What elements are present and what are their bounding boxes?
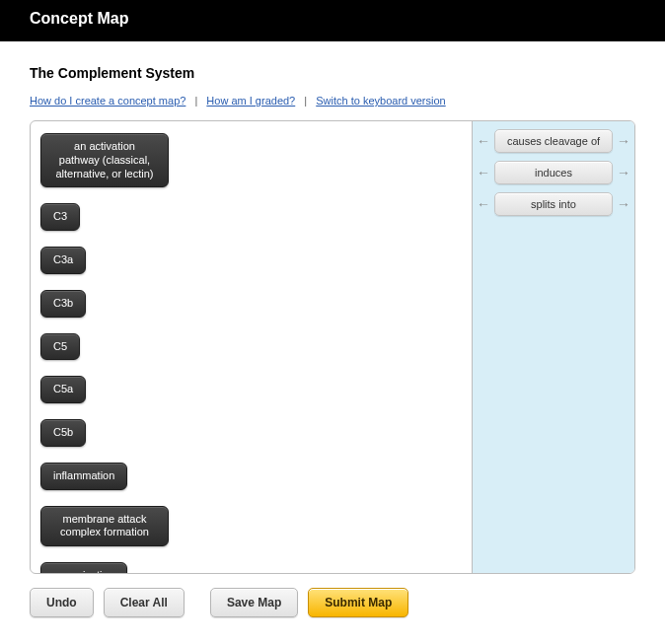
connector-splits-into[interactable]: splits into	[494, 192, 613, 216]
connector-row: ← causes cleavage of →	[477, 129, 630, 153]
canvas-main-area[interactable]: an activation pathway (classical, altern…	[31, 121, 472, 573]
node-c5a[interactable]: C5a	[40, 376, 86, 403]
separator: |	[304, 95, 307, 107]
link-create-map[interactable]: How do I create a concept map?	[30, 95, 185, 107]
node-c3b[interactable]: C3b	[40, 290, 86, 318]
help-links: How do I create a concept map? | How am …	[30, 95, 635, 107]
submit-map-button[interactable]: Submit Map	[308, 588, 408, 617]
node-inflammation[interactable]: inflammation	[40, 463, 127, 490]
connector-palette: ← causes cleavage of → ← induces → ← spl…	[472, 121, 634, 573]
arrow-right-icon: →	[617, 133, 630, 149]
node-c5[interactable]: C5	[40, 333, 80, 361]
main-content: The Complement System How do I create a …	[0, 41, 665, 637]
page-title: The Complement System	[30, 65, 635, 81]
separator: |	[194, 95, 197, 107]
action-button-row: Undo Clear All Save Map Submit Map	[30, 588, 635, 617]
app-header: Concept Map	[0, 0, 665, 41]
node-opsonization[interactable]: opsonization	[40, 562, 127, 573]
node-activation-pathway[interactable]: an activation pathway (classical, altern…	[40, 133, 169, 187]
node-c3a[interactable]: C3a	[40, 247, 86, 274]
arrow-left-icon: ←	[477, 165, 490, 180]
undo-button[interactable]: Undo	[30, 588, 94, 617]
node-c3[interactable]: C3	[40, 203, 80, 231]
node-c5b[interactable]: C5b	[40, 419, 86, 447]
clear-all-button[interactable]: Clear All	[104, 588, 185, 617]
node-membrane-attack-complex[interactable]: membrane attack complex formation	[40, 506, 169, 547]
connector-row: ← splits into →	[477, 192, 630, 216]
arrow-right-icon: →	[617, 196, 630, 212]
link-keyboard-version[interactable]: Switch to keyboard version	[316, 95, 445, 107]
connector-causes-cleavage-of[interactable]: causes cleavage of	[494, 129, 613, 153]
arrow-left-icon: ←	[477, 133, 490, 149]
connector-row: ← induces →	[477, 161, 630, 184]
arrow-left-icon: ←	[477, 196, 490, 212]
concept-map-canvas: an activation pathway (classical, altern…	[30, 120, 635, 574]
arrow-right-icon: →	[617, 165, 630, 180]
connector-induces[interactable]: induces	[494, 161, 613, 184]
link-how-graded[interactable]: How am I graded?	[206, 95, 295, 107]
save-map-button[interactable]: Save Map	[210, 588, 298, 617]
app-title: Concept Map	[30, 10, 635, 28]
